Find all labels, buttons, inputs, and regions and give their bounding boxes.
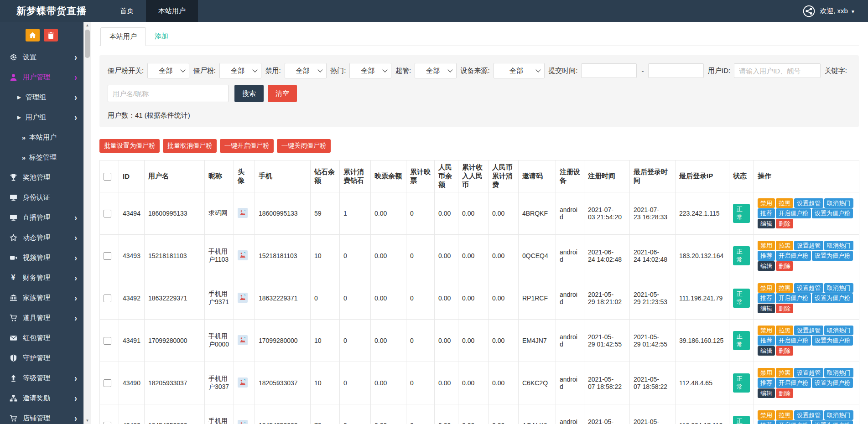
set-super-admin-button[interactable]: 设置超管: [794, 410, 823, 420]
disable-button[interactable]: 禁用: [758, 368, 775, 378]
set-super-admin-button[interactable]: 设置超管: [794, 241, 823, 251]
set-as-zombie-fans-button[interactable]: 设置为僵户粉: [812, 293, 853, 303]
keyword-input[interactable]: [108, 85, 229, 102]
cancel-hot-button[interactable]: 取消热门: [824, 410, 853, 420]
disable-button[interactable]: 禁用: [758, 326, 775, 336]
row-checkbox[interactable]: [104, 337, 111, 345]
sidebar-item-redpacket-management[interactable]: 红包管理: [0, 328, 83, 348]
set-as-zombie-fans-button[interactable]: 设置为僵户粉: [812, 336, 853, 346]
set-as-zombie-fans-button[interactable]: 设置为僵户粉: [812, 378, 853, 388]
edit-button[interactable]: 编辑: [758, 388, 775, 398]
edit-button[interactable]: 编辑: [758, 346, 775, 356]
set-as-zombie-fans-button[interactable]: 设置为僵户粉: [812, 251, 853, 261]
blacklist-button[interactable]: 拉黑: [776, 198, 793, 208]
sidebar-item-feed-management[interactable]: 动态管理›: [0, 228, 83, 248]
disabled-select[interactable]: 全部: [285, 63, 327, 78]
user-id-input[interactable]: [734, 63, 821, 78]
cancel-hot-button[interactable]: 取消热门: [824, 283, 853, 293]
recommend-button[interactable]: 推荐: [758, 208, 775, 218]
sidebar-item-tag-management[interactable]: »标签管理: [0, 147, 83, 167]
zombie-select[interactable]: 全部: [219, 63, 261, 78]
row-checkbox[interactable]: [104, 295, 111, 302]
disable-button[interactable]: 禁用: [758, 241, 775, 251]
blacklist-button[interactable]: 拉黑: [776, 410, 793, 420]
enable-zombie-fans-button[interactable]: 开启僵户粉: [776, 293, 811, 303]
scrollbar-thumb[interactable]: [85, 30, 90, 58]
submit-time-end-input[interactable]: [648, 63, 704, 78]
select-all-checkbox[interactable]: [104, 173, 111, 181]
enable-zombie-fans-button[interactable]: 开启僵户粉: [776, 208, 811, 218]
blacklist-button[interactable]: 拉黑: [776, 368, 793, 378]
sidebar-item-user-group[interactable]: ▶用户组›: [0, 107, 83, 127]
sidebar-item-site-users[interactable]: »本站用户: [0, 127, 83, 147]
zombie-switch-select[interactable]: 全部: [147, 63, 189, 78]
home-button[interactable]: [26, 29, 40, 41]
delete-button[interactable]: 删除: [776, 219, 793, 229]
sidebar-item-finance-management[interactable]: ¥财务管理›: [0, 268, 83, 288]
edit-button[interactable]: 编辑: [758, 304, 775, 314]
set-as-zombie-fans-button[interactable]: 设置为僵户粉: [812, 208, 853, 218]
submit-time-start-input[interactable]: [581, 63, 637, 78]
set-super-admin-button[interactable]: 设置超管: [794, 368, 823, 378]
sidebar-item-guardian-management[interactable]: 守护管理: [0, 348, 83, 368]
row-checkbox[interactable]: [104, 379, 111, 387]
delete-button[interactable]: 删除: [776, 388, 793, 398]
nav-item-home[interactable]: 首页: [108, 0, 146, 22]
blacklist-button[interactable]: 拉黑: [776, 241, 793, 251]
disable-button[interactable]: 禁用: [758, 410, 775, 420]
edit-button[interactable]: 编辑: [758, 219, 775, 229]
device-source-select[interactable]: 全部: [494, 63, 545, 78]
sidebar-item-prize-pool[interactable]: 奖池管理: [0, 167, 83, 187]
sidebar-item-identity-verify[interactable]: 身份认证: [0, 187, 83, 207]
delete-button[interactable]: 删除: [776, 346, 793, 356]
set-super-admin-button[interactable]: 设置超管: [794, 283, 823, 293]
sidebar-item-props-management[interactable]: 道具管理›: [0, 308, 83, 328]
disable-button[interactable]: 禁用: [758, 283, 775, 293]
sidebar-item-video-management[interactable]: 视频管理›: [0, 248, 83, 268]
sidebar-item-live-management[interactable]: 直播管理›: [0, 207, 83, 228]
recommend-button[interactable]: 推荐: [758, 336, 775, 346]
blacklist-button[interactable]: 拉黑: [776, 283, 793, 293]
sidebar-item-level-management[interactable]: 等级管理›: [0, 368, 83, 388]
sidebar-item-user-management[interactable]: 用户管理›: [0, 67, 83, 87]
cancel-hot-button[interactable]: 取消热门: [824, 368, 853, 378]
delete-button[interactable]: 删除: [776, 304, 793, 314]
tab-add[interactable]: 添加: [146, 27, 177, 46]
scroll-down-arrow-icon[interactable]: ▼: [84, 417, 91, 424]
sidebar-scrollbar[interactable]: ▲ ▼: [83, 22, 91, 424]
set-super-admin-button[interactable]: 设置超管: [794, 326, 823, 336]
clear-button[interactable]: 清空: [268, 85, 297, 102]
enable-zombie-fans-button[interactable]: 开启僵户粉: [776, 420, 811, 424]
nav-item-site-users[interactable]: 本站用户: [146, 0, 198, 22]
sidebar-item-shop-management[interactable]: 店铺管理›: [0, 408, 83, 424]
row-checkbox[interactable]: [104, 422, 111, 424]
enable-zombie-fans-button[interactable]: 开启僵户粉: [776, 378, 811, 388]
sidebar-item-settings[interactable]: 设置›: [0, 47, 83, 67]
sidebar-item-admin-group[interactable]: ▶管理组›: [0, 87, 83, 107]
welcome-user-dropdown[interactable]: 欢迎, xxb ▼: [820, 7, 855, 16]
batch-cancel-zombie-button[interactable]: 批量取消僵尸粉: [163, 139, 217, 153]
sidebar-item-invite-reward[interactable]: 邀请奖励›: [0, 388, 83, 408]
set-super-admin-button[interactable]: 设置超管: [794, 198, 823, 208]
hot-select[interactable]: 全部: [349, 63, 391, 78]
cancel-hot-button[interactable]: 取消热门: [824, 198, 853, 208]
disable-button[interactable]: 禁用: [758, 198, 775, 208]
search-button[interactable]: 搜索: [234, 85, 264, 102]
super-admin-select[interactable]: 全部: [415, 63, 457, 78]
recommend-button[interactable]: 推荐: [758, 293, 775, 303]
blacklist-button[interactable]: 拉黑: [776, 326, 793, 336]
enable-zombie-fans-button[interactable]: 开启僵户粉: [776, 336, 811, 346]
row-checkbox[interactable]: [104, 210, 111, 217]
set-as-zombie-fans-button[interactable]: 设置为僵户粉: [812, 420, 853, 424]
recommend-button[interactable]: 推荐: [758, 251, 775, 261]
recommend-button[interactable]: 推荐: [758, 378, 775, 388]
scroll-up-arrow-icon[interactable]: ▲: [84, 22, 91, 29]
cancel-hot-button[interactable]: 取消热门: [824, 326, 853, 336]
sidebar-item-family-management[interactable]: 家族管理›: [0, 288, 83, 308]
tab-site-users[interactable]: 本站用户: [100, 27, 146, 46]
share-nodes-icon[interactable]: [803, 5, 815, 17]
cancel-hot-button[interactable]: 取消热门: [824, 241, 853, 251]
edit-button[interactable]: 编辑: [758, 261, 775, 271]
onekey-disable-zombie-button[interactable]: 一键关闭僵尸粉: [277, 139, 331, 153]
row-checkbox[interactable]: [104, 252, 111, 260]
